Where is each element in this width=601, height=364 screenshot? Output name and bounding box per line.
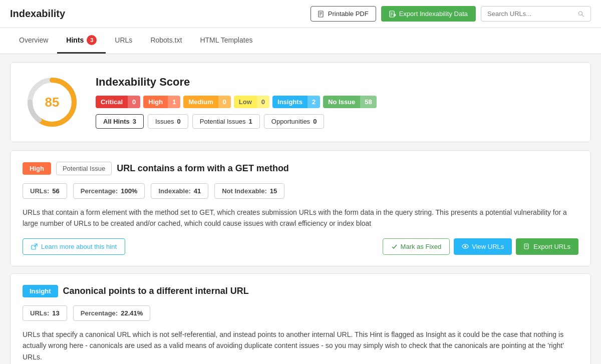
filter-issues[interactable]: Issues 0 (148, 114, 188, 129)
hint-2-stat-percentage: Percentage: 22.41% (73, 305, 151, 321)
hint-1-mark-fixed-label: Mark as Fixed (401, 243, 442, 250)
export-data-button-label: Export Indexability Data (399, 10, 468, 18)
tab-hints-label: Hints (66, 36, 84, 44)
tab-robots-label: Robots.txt (150, 36, 182, 44)
eye-icon (462, 243, 469, 250)
badge-insights[interactable]: Insights 2 (272, 96, 320, 108)
score-card: 85 Indexability Score Critical 0 High 1 … (10, 62, 591, 142)
badge-high-count: 1 (168, 96, 180, 108)
hints-badge: 3 (87, 35, 97, 45)
badge-noissue[interactable]: No Issue 58 (323, 96, 377, 108)
export-urls-icon (524, 243, 530, 250)
hint-1-description: URLs that contain a form element with th… (23, 207, 578, 229)
tab-robots[interactable]: Robots.txt (141, 28, 191, 54)
hint-1-urls-label: URLs: (30, 187, 49, 195)
pdf-icon (318, 11, 325, 18)
badge-critical[interactable]: Critical 0 (96, 96, 140, 108)
tabs-bar: Overview Hints 3 URLs Robots.txt HTML Te… (0, 28, 601, 54)
hint-2-description: URLs that specify a canonical URL which … (23, 329, 578, 362)
tab-html-templates[interactable]: HTML Templates (191, 28, 261, 54)
printable-pdf-button[interactable]: Printable PDF (311, 6, 376, 22)
hint-1-idx-label: Indexable: (158, 187, 190, 195)
filter-potential-count: 1 (249, 118, 252, 125)
external-link-icon (31, 243, 38, 250)
filter-potential-issues[interactable]: Potential Issues 1 (192, 114, 260, 129)
search-icon (578, 11, 584, 18)
export-data-button[interactable]: Export Indexability Data (381, 6, 476, 22)
hint-1-stat-urls: URLs: 56 (23, 183, 67, 199)
top-bar: Indexability Printable PDF Export Indexa… (0, 0, 601, 28)
hint-2-stat-urls: URLs: 13 (23, 305, 67, 321)
tab-overview[interactable]: Overview (10, 28, 57, 54)
hint-1-mark-fixed-button[interactable]: Mark as Fixed (383, 238, 450, 255)
filter-all-label: All Hints (103, 118, 130, 125)
filter-opportunities[interactable]: Opportunities 0 (264, 114, 325, 129)
hint-1-actions: Learn more about this hint Mark as Fixed… (23, 238, 578, 255)
tab-urls-label: URLs (115, 36, 132, 44)
hint-1-severity: High (23, 162, 51, 175)
hint-1-learn-label: Learn more about this hint (41, 243, 117, 250)
filter-opportunities-label: Opportunities (271, 118, 310, 125)
hint-1-idx-value: 41 (194, 187, 201, 195)
export-icon (389, 11, 396, 18)
top-bar-right: Printable PDF Export Indexability Data (311, 6, 591, 22)
hint-2-severity: Insight (23, 285, 58, 297)
badge-critical-count: 0 (128, 96, 140, 108)
svg-line-10 (582, 15, 584, 17)
page-title: Indexability (10, 8, 65, 20)
hint-2-stats: URLs: 13 Percentage: 22.41% (23, 305, 578, 321)
hint-2-pct-value: 22.41% (121, 309, 143, 317)
tab-urls[interactable]: URLs (106, 28, 141, 54)
filter-opportunities-count: 0 (313, 118, 317, 125)
hint-1-learn-more-button[interactable]: Learn more about this hint (23, 238, 125, 255)
hint-1-pct-value: 100% (121, 187, 137, 195)
hint-1-stat-not-indexable: Not Indexable: 15 (214, 183, 284, 199)
hint-1-stat-indexable: Indexable: 41 (151, 183, 208, 199)
hint-1-nidx-value: 15 (270, 187, 277, 195)
tab-html-templates-label: HTML Templates (200, 36, 252, 44)
tab-overview-label: Overview (19, 36, 48, 44)
hint-1-stats: URLs: 56 Percentage: 100% Indexable: 41 … (23, 183, 578, 199)
hint-1-type: Potential Issue (56, 162, 112, 175)
badge-noissue-label: No Issue (323, 96, 360, 108)
hint-1-view-urls-label: View URLs (472, 243, 504, 250)
badge-noissue-count: 58 (360, 96, 376, 108)
badge-low[interactable]: Low 0 (234, 96, 269, 108)
hint-1-stat-percentage: Percentage: 100% (73, 183, 145, 199)
badge-critical-label: Critical (96, 96, 128, 108)
hint-1-action-buttons: Mark as Fixed View URLs Export URLs (383, 238, 578, 255)
badge-low-label: Low (234, 96, 257, 108)
score-info: Indexability Score Critical 0 High 1 Med… (96, 76, 576, 129)
hint-2-header: Insight Canonical points to a different … (23, 285, 578, 297)
badge-high-label: High (143, 96, 168, 108)
badge-medium-count: 0 (218, 96, 231, 108)
top-bar-left: Indexability (10, 8, 65, 20)
svg-point-9 (579, 12, 582, 15)
tab-hints[interactable]: Hints 3 (57, 28, 106, 54)
filter-row: All Hints 3 Issues 0 Potential Issues 1 … (96, 114, 576, 129)
hint-2-urls-value: 13 (52, 309, 59, 317)
hint-1-view-urls-button[interactable]: View URLs (454, 238, 512, 255)
svg-point-17 (464, 245, 466, 247)
badges-row: Critical 0 High 1 Medium 0 Low 0 Insight… (96, 96, 576, 108)
hint-1-pct-label: Percentage: (81, 187, 118, 195)
score-value: 85 (45, 95, 60, 110)
score-donut: 85 (25, 75, 80, 130)
badge-insights-count: 2 (308, 96, 320, 108)
hint-1-export-urls-label: Export URLs (533, 243, 570, 250)
badge-low-count: 0 (257, 96, 269, 108)
filter-issues-label: Issues (155, 118, 174, 125)
hint-card-2: Insight Canonical points to a different … (10, 273, 591, 364)
hint-1-header: High Potential Issue URL contains a form… (23, 162, 578, 175)
badge-medium-label: Medium (183, 96, 218, 108)
main-content: 85 Indexability Score Critical 0 High 1 … (0, 54, 601, 364)
badge-medium[interactable]: Medium 0 (183, 96, 230, 108)
search-input[interactable] (487, 10, 575, 18)
hint-1-export-urls-button[interactable]: Export URLs (516, 238, 578, 255)
hint-1-title: URL contains a form with a GET method (117, 163, 289, 174)
checkmark-icon (391, 243, 398, 250)
filter-all-hints[interactable]: All Hints 3 (96, 114, 144, 129)
badge-high[interactable]: High 1 (143, 96, 180, 108)
filter-issues-count: 0 (177, 118, 181, 125)
hint-2-urls-label: URLs: (30, 309, 49, 317)
